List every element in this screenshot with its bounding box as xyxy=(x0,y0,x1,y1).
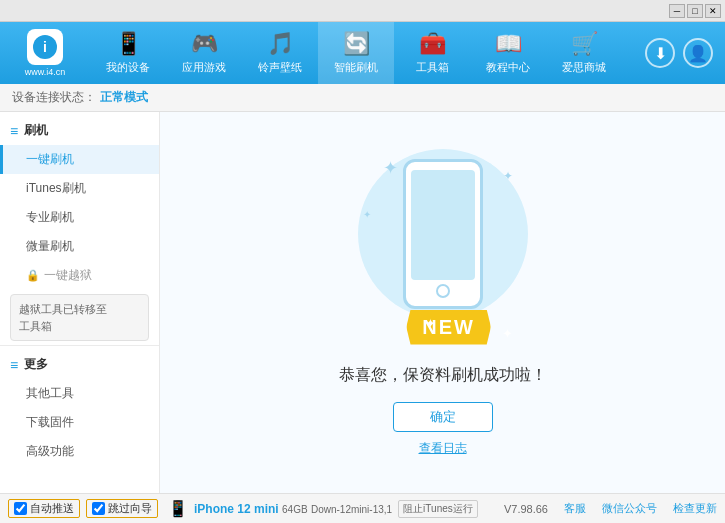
user-button[interactable]: 👤 xyxy=(683,38,713,68)
device-storage: 64GB xyxy=(282,504,308,515)
status-value: 正常模式 xyxy=(100,89,148,106)
statusbar: 设备连接状态： 正常模式 xyxy=(0,84,725,112)
sparkle-2: ✦ xyxy=(503,169,513,183)
sidebar-item-advanced[interactable]: 高级功能 xyxy=(0,437,159,466)
sidebar-disabled-jailbreak: 🔒 一键越狱 xyxy=(0,261,159,290)
new-badge: NEW xyxy=(406,310,491,345)
apps-games-label: 应用游戏 xyxy=(182,60,226,75)
minimize-button[interactable]: ─ xyxy=(669,4,685,18)
lock-icon: 🔒 xyxy=(26,269,40,282)
wizard-label: 跳过向导 xyxy=(108,501,152,516)
notice-text: 越狱工具已转移至工具箱 xyxy=(19,303,107,332)
auto-push-label: 自动推送 xyxy=(30,501,74,516)
sidebar: ≡ 刷机 一键刷机 iTunes刷机 专业刷机 微量刷机 🔒 一键越狱 越狱工具… xyxy=(0,112,160,493)
sidebar-item-download-firmware[interactable]: 下载固件 xyxy=(0,408,159,437)
nav-tutorials[interactable]: 📖 教程中心 xyxy=(470,22,546,84)
more-group-label: 更多 xyxy=(24,356,48,373)
content-area: ✦ ✦ ✦ NEW ✦ ✦ 恭喜您，保资料刷机成功啦！ 确定 查看日志 xyxy=(160,112,725,493)
toolbox-icon: 🧰 xyxy=(419,31,446,57)
close-button[interactable]: ✕ xyxy=(705,4,721,18)
shop-label: 爱思商城 xyxy=(562,60,606,75)
nav-smart-flash[interactable]: 🔄 智能刷机 xyxy=(318,22,394,84)
flash-group-icon: ≡ xyxy=(10,123,18,139)
service-link[interactable]: 客服 xyxy=(564,501,586,516)
sparkle-3: ✦ xyxy=(363,209,371,220)
nav-my-device[interactable]: 📱 我的设备 xyxy=(90,22,166,84)
sparkle-1: ✦ xyxy=(383,157,398,179)
my-device-label: 我的设备 xyxy=(106,60,150,75)
logo-icon: i xyxy=(27,29,63,65)
device-name: iPhone 12 mini xyxy=(194,502,279,516)
flash-group-header: ≡ 刷机 xyxy=(0,116,159,145)
ringtones-icon: 🎵 xyxy=(267,31,294,57)
flash-group-label: 刷机 xyxy=(24,122,48,139)
apps-games-icon: 🎮 xyxy=(191,31,218,57)
device-os: Down-12mini-13,1 xyxy=(311,504,392,515)
sidebar-notice: 越狱工具已转移至工具箱 xyxy=(10,294,149,341)
smart-flash-icon: 🔄 xyxy=(343,31,370,57)
sidebar-item-other-tools[interactable]: 其他工具 xyxy=(0,379,159,408)
auto-push-checkbox-group: 自动推送 xyxy=(8,499,80,518)
maximize-button[interactable]: □ xyxy=(687,4,703,18)
version-text: V7.98.66 xyxy=(504,503,548,515)
bottombar: 自动推送 跳过向导 📱 iPhone 12 mini 64GB Down-12m… xyxy=(0,493,725,523)
download-button[interactable]: ⬇ xyxy=(645,38,675,68)
sidebar-divider xyxy=(0,345,159,346)
phone-body xyxy=(403,159,483,309)
sidebar-item-pro-flash[interactable]: 专业刷机 xyxy=(0,203,159,232)
bottom-right-section: V7.98.66 客服 微信公众号 检查更新 xyxy=(504,501,717,516)
view-log-link[interactable]: 查看日志 xyxy=(419,440,467,457)
phone-illustration: ✦ ✦ ✦ NEW ✦ ✦ xyxy=(353,149,533,349)
app-logo: i www.i4.cn xyxy=(0,29,90,77)
check-update-link[interactable]: 检查更新 xyxy=(673,501,717,516)
wechat-official-link[interactable]: 微信公众号 xyxy=(602,501,657,516)
ringtones-label: 铃声壁纸 xyxy=(258,60,302,75)
phone-screen xyxy=(411,170,475,280)
sidebar-item-itunes-flash[interactable]: iTunes刷机 xyxy=(0,174,159,203)
shop-icon: 🛒 xyxy=(571,31,598,57)
status-label: 设备连接状态： xyxy=(12,89,96,106)
logo-subtitle: www.i4.cn xyxy=(25,67,66,77)
wizard-checkbox-group: 跳过向导 xyxy=(86,499,158,518)
disabled-jailbreak-label: 一键越狱 xyxy=(44,267,92,284)
navbar-right: ⬇ 👤 xyxy=(645,38,725,68)
titlebar: ─ □ ✕ xyxy=(0,0,725,22)
nav-ringtones[interactable]: 🎵 铃声壁纸 xyxy=(242,22,318,84)
smart-flash-label: 智能刷机 xyxy=(334,60,378,75)
toolbox-label: 工具箱 xyxy=(416,60,449,75)
tutorials-label: 教程中心 xyxy=(486,60,530,75)
nav-toolbox[interactable]: 🧰 工具箱 xyxy=(394,22,470,84)
more-group-icon: ≡ xyxy=(10,357,18,373)
sidebar-item-one-click-flash[interactable]: 一键刷机 xyxy=(0,145,159,174)
nav-items: 📱 我的设备 🎮 应用游戏 🎵 铃声壁纸 🔄 智能刷机 🧰 工具箱 📖 教程中心… xyxy=(90,22,645,84)
itunes-status-label[interactable]: 阻止iTunes运行 xyxy=(398,500,478,518)
device-icon: 📱 xyxy=(168,499,188,518)
nav-shop[interactable]: 🛒 爱思商城 xyxy=(546,22,622,84)
tutorials-icon: 📖 xyxy=(495,31,522,57)
badge-star-right: ✦ xyxy=(502,326,513,341)
navbar: i www.i4.cn 📱 我的设备 🎮 应用游戏 🎵 铃声壁纸 🔄 智能刷机 … xyxy=(0,22,725,84)
nav-apps-games[interactable]: 🎮 应用游戏 xyxy=(166,22,242,84)
badge-star-left: ✦ xyxy=(425,316,436,331)
auto-push-checkbox[interactable] xyxy=(14,502,27,515)
my-device-icon: 📱 xyxy=(115,31,142,57)
main-layout: ≡ 刷机 一键刷机 iTunes刷机 专业刷机 微量刷机 🔒 一键越狱 越狱工具… xyxy=(0,112,725,493)
svg-text:i: i xyxy=(43,39,47,55)
more-group-header: ≡ 更多 xyxy=(0,350,159,379)
success-text: 恭喜您，保资料刷机成功啦！ xyxy=(339,365,547,386)
confirm-button[interactable]: 确定 xyxy=(393,402,493,432)
wizard-checkbox[interactable] xyxy=(92,502,105,515)
sidebar-item-micro-flash[interactable]: 微量刷机 xyxy=(0,232,159,261)
device-info: iPhone 12 mini 64GB Down-12mini-13,1 xyxy=(194,502,392,516)
phone-home-btn xyxy=(436,284,450,298)
